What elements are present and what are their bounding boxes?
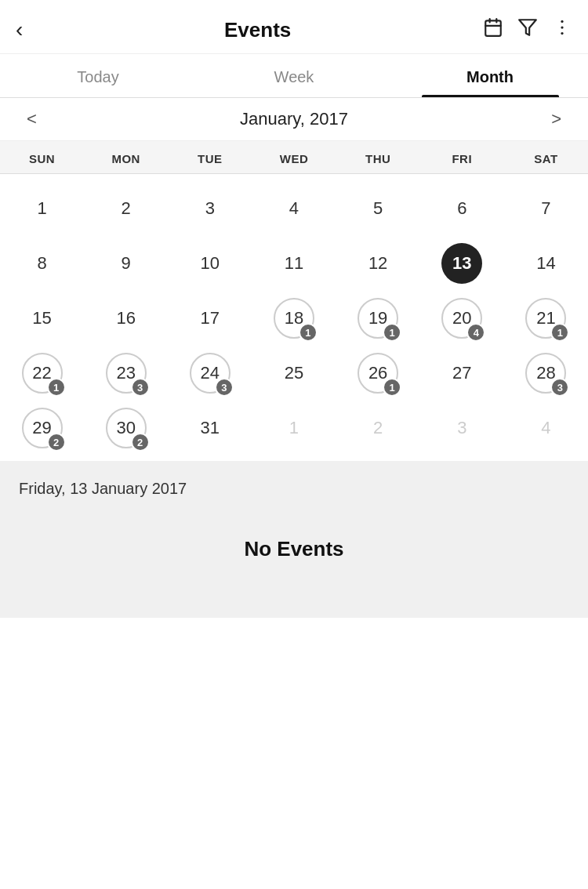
day-number: 292 — [22, 408, 63, 448]
day-number: 3 — [190, 188, 230, 229]
day-cell[interactable]: 2 — [84, 180, 168, 235]
header: ‹ Events — [0, 0, 588, 54]
tab-month[interactable]: Month — [392, 54, 588, 97]
day-cell[interactable]: 11 — [252, 235, 336, 290]
day-number: 15 — [22, 298, 63, 339]
day-number: 204 — [441, 298, 482, 339]
day-cell[interactable]: 14 — [504, 235, 588, 290]
day-number: 14 — [525, 243, 566, 284]
event-badge: 1 — [383, 378, 401, 397]
svg-point-7 — [561, 32, 563, 34]
day-number: 8 — [22, 243, 63, 284]
day-cell[interactable]: 7 — [504, 180, 588, 235]
calendar-grid: 1234567891011121314151617181191204211221… — [0, 174, 588, 461]
day-cell[interactable]: 27 — [420, 345, 504, 400]
bottom-section: Friday, 13 January 2017 No Events — [0, 461, 588, 618]
day-number: 12 — [358, 243, 398, 284]
day-header-mon: MON — [84, 141, 168, 173]
day-number: 211 — [525, 298, 566, 339]
day-cell[interactable]: 204 — [420, 290, 504, 345]
event-badge: 4 — [466, 323, 485, 342]
back-button[interactable]: ‹ — [16, 14, 32, 45]
day-header-fri: FRI — [420, 141, 504, 173]
day-header-thu: THU — [336, 141, 420, 173]
day-cell[interactable]: 3 — [168, 180, 252, 235]
tab-today[interactable]: Today — [0, 54, 196, 97]
event-badge: 3 — [215, 378, 234, 397]
day-cell[interactable]: 261 — [336, 345, 420, 400]
day-cell[interactable]: 5 — [336, 180, 420, 235]
day-cell[interactable]: 6 — [420, 180, 504, 235]
page-title: Events — [32, 18, 483, 42]
event-badge: 3 — [131, 378, 150, 397]
selected-date-label: Friday, 13 January 2017 — [19, 480, 569, 498]
day-number: 4 — [525, 408, 566, 448]
day-number: 6 — [441, 188, 482, 229]
calendar-icon[interactable] — [483, 17, 503, 42]
month-navigation: < January, 2017 > — [0, 98, 588, 141]
day-cell[interactable]: 1 — [0, 180, 84, 235]
day-number: 16 — [106, 298, 147, 339]
day-number: 27 — [441, 353, 482, 394]
event-badge: 1 — [383, 323, 401, 342]
day-number: 243 — [190, 353, 230, 394]
svg-point-6 — [561, 26, 563, 28]
day-cell[interactable]: 15 — [0, 290, 84, 345]
day-cell[interactable]: 233 — [84, 345, 168, 400]
day-cell[interactable]: 25 — [252, 345, 336, 400]
filter-icon[interactable] — [517, 17, 538, 42]
day-cell[interactable]: 17 — [168, 290, 252, 345]
day-cell[interactable]: 8 — [0, 235, 84, 290]
day-number: 283 — [525, 353, 566, 394]
day-cell[interactable]: 302 — [84, 400, 168, 455]
day-number: 181 — [274, 298, 314, 339]
day-number: 261 — [358, 353, 398, 394]
day-number: 2 — [358, 408, 398, 448]
day-cell[interactable]: 10 — [168, 235, 252, 290]
day-cell[interactable]: 9 — [84, 235, 168, 290]
day-number: 302 — [106, 408, 147, 448]
day-number: 13 — [441, 243, 482, 284]
day-number: 5 — [358, 188, 398, 229]
svg-marker-4 — [519, 20, 536, 35]
day-number: 233 — [106, 353, 147, 394]
day-cell[interactable]: 12 — [336, 235, 420, 290]
day-cell[interactable]: 243 — [168, 345, 252, 400]
day-cell[interactable]: 13 — [420, 235, 504, 290]
month-title: January, 2017 — [48, 109, 540, 129]
event-badge: 1 — [47, 378, 66, 397]
day-cell[interactable]: 283 — [504, 345, 588, 400]
event-badge: 2 — [47, 433, 66, 452]
day-number: 3 — [441, 408, 482, 448]
next-month-button[interactable]: > — [540, 106, 572, 132]
header-icons — [483, 17, 572, 42]
day-cell[interactable]: 3 — [420, 400, 504, 455]
svg-rect-0 — [485, 20, 501, 36]
day-cell[interactable]: 211 — [504, 290, 588, 345]
day-number: 7 — [525, 188, 566, 229]
tab-week[interactable]: Week — [196, 54, 392, 97]
day-cell[interactable]: 16 — [84, 290, 168, 345]
no-events-label: No Events — [19, 521, 569, 561]
day-cell[interactable]: 2 — [336, 400, 420, 455]
day-number: 31 — [190, 408, 230, 448]
event-badge: 1 — [550, 323, 569, 342]
more-icon[interactable] — [552, 17, 572, 42]
day-cell[interactable]: 4 — [252, 180, 336, 235]
day-cell[interactable]: 1 — [252, 400, 336, 455]
day-header-sun: SUN — [0, 141, 84, 173]
day-number: 25 — [274, 353, 314, 394]
day-cell[interactable]: 292 — [0, 400, 84, 455]
day-number: 1 — [22, 188, 63, 229]
day-cell[interactable]: 31 — [168, 400, 252, 455]
day-cell[interactable]: 191 — [336, 290, 420, 345]
day-number: 191 — [358, 298, 398, 339]
prev-month-button[interactable]: < — [16, 106, 48, 132]
day-headers: SUN MON TUE WED THU FRI SAT — [0, 141, 588, 174]
day-number: 10 — [190, 243, 230, 284]
day-cell[interactable]: 4 — [504, 400, 588, 455]
day-cell[interactable]: 181 — [252, 290, 336, 345]
day-number: 4 — [274, 188, 314, 229]
day-cell[interactable]: 221 — [0, 345, 84, 400]
day-number: 9 — [106, 243, 147, 284]
